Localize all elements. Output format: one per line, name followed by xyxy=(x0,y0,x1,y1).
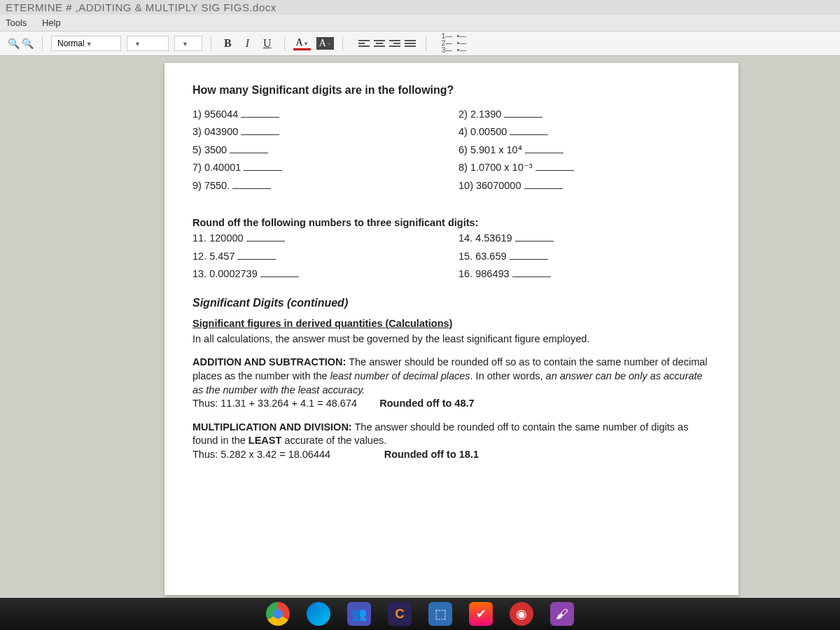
round-14: 14. 4.53619 xyxy=(458,232,710,246)
formatting-toolbar: 🔍 🔍 Normal▼ ▼ ▼ B I U A▾ A▾ 1—2—3— •—•—•… xyxy=(0,31,840,56)
calc-heading: Significant figures in derived quantitie… xyxy=(192,317,710,331)
italic-button[interactable]: I xyxy=(241,36,253,51)
antivirus-icon[interactable]: ✔ xyxy=(469,602,493,626)
question-1: 1) 956044 xyxy=(192,108,444,122)
list-group: 1—2—3— •—•—•— xyxy=(440,37,470,50)
font-size-select[interactable]: ▼ xyxy=(174,36,202,51)
round-13: 13. 0.0002739 xyxy=(192,267,444,281)
underline-button[interactable]: U xyxy=(259,36,276,51)
round-15: 15. 63.659 xyxy=(458,250,710,264)
bold-button[interactable]: B xyxy=(220,36,236,51)
round-16: 16. 986493 xyxy=(458,267,710,281)
highlight-color-button[interactable]: A▾ xyxy=(316,37,334,50)
window-titlebar: ETERMINE # ,ADDITING & MULTIPLY SIG FIGS… xyxy=(0,0,840,15)
style-label: Normal xyxy=(57,38,85,48)
round-11: 11. 120000 xyxy=(192,232,444,246)
continued-heading: Significant Digits (continued) xyxy=(192,295,710,311)
security-icon[interactable]: ◉ xyxy=(510,602,533,626)
zoom-out-icon[interactable]: 🔍 xyxy=(7,37,20,50)
question-9: 9) 7550. xyxy=(192,179,444,193)
round-12: 12. 5.457 xyxy=(192,250,444,264)
virtualbox-icon[interactable]: ⬚ xyxy=(428,602,452,626)
multiplication-paragraph: MULTIPLICATION AND DIVISION: The answer … xyxy=(192,421,710,462)
question-6: 6) 5.901 x 10⁴ xyxy=(458,144,710,158)
question-4: 4) 0.00500 xyxy=(458,125,710,139)
zoom-controls: 🔍 🔍 xyxy=(7,37,34,50)
question-5: 5) 3500 xyxy=(192,144,444,158)
align-right-button[interactable] xyxy=(388,37,402,50)
chevron-down-icon: ▼ xyxy=(182,41,188,48)
heading-sig-digits: How many Significant digits are in the f… xyxy=(192,83,710,98)
rounding-grid: 11. 120000 14. 4.53619 12. 5.457 15. 63.… xyxy=(192,232,710,281)
numbered-list-button[interactable]: 1—2—3— xyxy=(440,37,454,50)
chevron-down-icon: ▼ xyxy=(86,41,92,48)
question-10: 10) 36070000 xyxy=(458,179,710,193)
separator xyxy=(211,36,211,50)
rounding-head: Round off the following numbers to three… xyxy=(192,216,710,230)
separator xyxy=(42,36,43,50)
question-7: 7) 0.40001 xyxy=(192,161,444,175)
calc-intro: In all calculations, the answer must be … xyxy=(192,332,710,346)
teams-icon[interactable]: 👥 xyxy=(347,602,371,626)
document-workspace[interactable]: How many Significant digits are in the f… xyxy=(0,56,840,602)
bulleted-list-button[interactable]: •—•—•— xyxy=(456,37,470,50)
document-title: ETERMINE # ,ADDITING & MULTIPLY SIG FIGS… xyxy=(6,1,276,13)
document-page[interactable]: How many Significant digits are in the f… xyxy=(164,63,738,595)
align-justify-button[interactable] xyxy=(403,37,417,50)
taskbar: 👥 C ⬚ ✔ ◉ 🖌 xyxy=(0,598,840,630)
align-left-button[interactable] xyxy=(357,37,371,50)
question-2: 2) 2.1390 xyxy=(458,108,710,122)
separator xyxy=(426,36,426,50)
addition-paragraph: ADDITION AND SUBTRACTION: The answer sho… xyxy=(192,356,710,410)
eclipse-icon[interactable]: C xyxy=(388,602,412,626)
separator xyxy=(284,36,285,50)
alignment-group xyxy=(357,37,417,50)
chevron-down-icon: ▾ xyxy=(304,40,308,47)
font-family-select[interactable]: ▼ xyxy=(127,36,169,51)
menu-bar: Tools Help xyxy=(0,15,840,31)
question-3: 3) 043900 xyxy=(192,125,444,139)
separator xyxy=(342,36,343,50)
questions-grid-1: 1) 956044 2) 2.1390 3) 043900 4) 0.00500… xyxy=(192,108,710,193)
paragraph-style-select[interactable]: Normal▼ xyxy=(51,36,121,51)
chevron-down-icon: ▼ xyxy=(134,41,141,48)
menu-tools[interactable]: Tools xyxy=(6,18,27,28)
menu-help[interactable]: Help xyxy=(42,18,61,28)
chrome-icon[interactable] xyxy=(266,602,290,626)
edge-icon[interactable] xyxy=(307,602,330,626)
zoom-in-icon[interactable]: 🔍 xyxy=(21,37,34,50)
chevron-down-icon: ▾ xyxy=(328,41,331,48)
align-center-button[interactable] xyxy=(372,37,386,50)
question-8: 8) 1.0700 x 10⁻³ xyxy=(458,161,710,175)
paint-icon[interactable]: 🖌 xyxy=(550,602,574,626)
font-color-button[interactable]: A▾ xyxy=(293,37,311,50)
